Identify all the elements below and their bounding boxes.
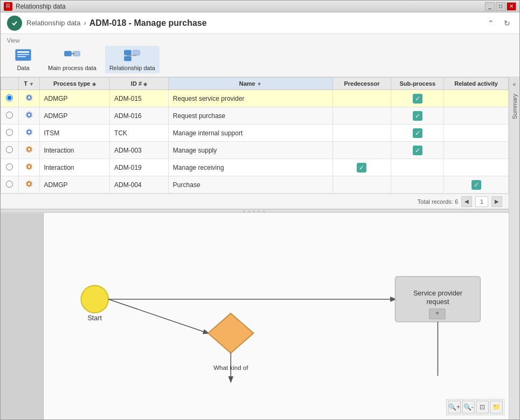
row-radio[interactable] — [1, 176, 19, 194]
col-id-label: ID # — [131, 80, 142, 87]
summary-label: Summary — [511, 94, 518, 119]
breadcrumb: Relationship data › ADM-018 - Manage pur… — [26, 18, 207, 28]
col-id[interactable]: ID # ◆ — [110, 78, 169, 90]
col-name[interactable]: Name ▼ — [168, 78, 332, 90]
next-page-button[interactable]: ▶ — [491, 196, 502, 207]
svg-rect-2 — [17, 51, 29, 53]
header: Relationship data › ADM-018 - Manage pur… — [1, 12, 519, 34]
check-icon: ✓ — [413, 111, 422, 121]
table-row[interactable]: ADMGPADM-016Request purchase✓ — [1, 107, 509, 125]
row-radio[interactable] — [1, 107, 19, 125]
svg-rect-9 — [124, 50, 131, 55]
svg-point-26 — [27, 183, 30, 185]
svg-point-16 — [27, 97, 30, 99]
toolbar: View Data — [1, 34, 519, 77]
row-predecessor — [332, 125, 391, 142]
row-predecessor — [332, 107, 391, 125]
row-name: Request purchase — [168, 107, 332, 125]
breadcrumb-home[interactable]: Relationship data — [26, 19, 80, 27]
row-name: Request service provider — [168, 90, 332, 107]
toolbar-relationship[interactable]: Relationship data — [105, 46, 160, 73]
header-left: Relationship data › ADM-018 - Manage pur… — [7, 16, 207, 31]
col-t[interactable]: T ▼ — [18, 78, 39, 90]
table-row[interactable]: InteractionADM-019Manage receiving✓ — [1, 159, 509, 176]
zoom-fit-button[interactable]: ⊡ — [476, 401, 489, 414]
col-sub-process-label: Sub-process — [399, 80, 435, 87]
data-icon — [15, 48, 32, 63]
diagram-svg: Start What kind of Service provider — [44, 213, 509, 419]
title-bar-text: Relationship data — [16, 3, 485, 10]
row-type-icon — [18, 176, 39, 194]
col-select — [1, 78, 19, 90]
row-id: ADM-003 — [110, 142, 169, 159]
pagination-bar: Total records: 6 ◀ 1 ▶ — [1, 194, 509, 209]
svg-point-18 — [27, 114, 30, 116]
svg-rect-5 — [65, 51, 71, 56]
toolbar-label: View — [7, 37, 513, 44]
breadcrumb-sep: › — [84, 19, 86, 27]
app-icon: R — [4, 2, 12, 11]
row-predecessor — [332, 176, 391, 194]
page-title: ADM-018 - Manage purchase — [89, 18, 207, 28]
main-window: R Relationship data _ □ ✕ Relationship d… — [0, 0, 520, 420]
col-t-sort: ▼ — [29, 81, 34, 87]
diagram-area: Start What kind of Service provider — [1, 212, 509, 419]
summary-panel[interactable]: « Summary — [509, 77, 519, 419]
minimize-button[interactable]: _ — [485, 2, 495, 11]
row-radio[interactable] — [1, 125, 19, 142]
toolbar-main-process[interactable]: Main process data — [44, 46, 101, 73]
col-related-activity: Related activity — [444, 78, 509, 90]
toolbar-relationship-label: Relationship data — [109, 65, 155, 71]
row-process-type: Interaction — [39, 142, 110, 159]
row-predecessor — [332, 142, 391, 159]
col-predecessor: Predecessor — [332, 78, 391, 90]
zoom-folder-button[interactable]: 📁 — [490, 401, 503, 414]
row-related-activity — [444, 107, 509, 125]
data-table: T ▼ Process type ◆ ID # ◆ — [1, 77, 509, 194]
row-radio[interactable] — [1, 142, 19, 159]
table-area: T ▼ Process type ◆ ID # ◆ — [1, 77, 509, 209]
svg-point-20 — [27, 131, 30, 134]
main-area: T ▼ Process type ◆ ID # ◆ — [1, 77, 509, 419]
close-button[interactable]: ✕ — [507, 2, 516, 11]
row-radio[interactable] — [1, 90, 19, 107]
row-process-type: ADMGP — [39, 176, 110, 194]
title-bar: R Relationship data _ □ ✕ — [1, 1, 519, 12]
row-type-icon — [18, 125, 39, 142]
col-predecessor-label: Predecessor — [344, 80, 379, 87]
row-name: Manage receiving — [168, 159, 332, 176]
header-app-icon — [7, 16, 22, 31]
table-row[interactable]: ITSMTCKManage internal support✓ — [1, 125, 509, 142]
svg-rect-10 — [133, 50, 140, 55]
row-id: TCK — [110, 125, 169, 142]
svg-rect-4 — [17, 56, 26, 57]
diagram-left-panel — [1, 213, 44, 419]
refresh-button[interactable]: ↻ — [501, 17, 513, 29]
row-type-icon — [18, 142, 39, 159]
row-related-activity — [444, 159, 509, 176]
prev-page-button[interactable]: ◀ — [461, 196, 472, 207]
toolbar-data[interactable]: Data — [7, 46, 39, 73]
toolbar-items: Data Main process data — [7, 46, 513, 73]
table-row[interactable]: ADMGPADM-015Request service provider✓ — [1, 90, 509, 107]
row-type-icon — [18, 90, 39, 107]
check-icon: ✓ — [472, 180, 481, 190]
row-id: ADM-016 — [110, 107, 169, 125]
row-id: ADM-004 — [110, 176, 169, 194]
row-sub-process: ✓ — [391, 125, 444, 142]
row-predecessor — [332, 90, 391, 107]
diagram-start-node — [81, 286, 108, 313]
col-process-type[interactable]: Process type ◆ — [39, 78, 110, 90]
table-row[interactable]: InteractionADM-003Manage supply✓ — [1, 142, 509, 159]
collapse-button[interactable]: ⌃ — [485, 17, 497, 29]
content-area: T ▼ Process type ◆ ID # ◆ — [1, 77, 519, 419]
zoom-out-button[interactable]: 🔍- — [462, 401, 475, 414]
check-icon: ✓ — [413, 128, 422, 138]
main-process-icon — [64, 48, 81, 63]
zoom-in-button[interactable]: 🔍+ — [448, 401, 461, 414]
table-row[interactable]: ADMGPADM-004Purchase✓ — [1, 176, 509, 194]
row-name: Manage supply — [168, 142, 332, 159]
row-radio[interactable] — [1, 159, 19, 176]
maximize-button[interactable]: □ — [496, 2, 505, 11]
col-process-type-sort: ◆ — [92, 81, 96, 87]
